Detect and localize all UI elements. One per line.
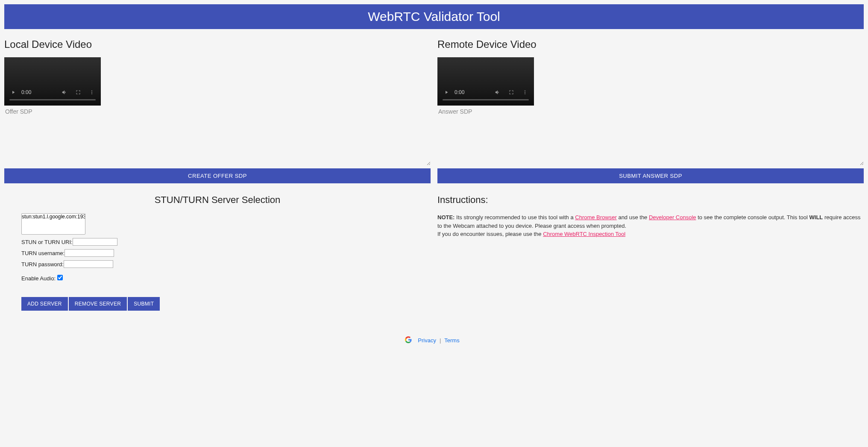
fullscreen-icon[interactable] xyxy=(74,88,82,96)
username-input[interactable] xyxy=(65,249,114,257)
server-selection-heading: STUN/TURN Server Selection xyxy=(21,194,413,206)
instructions-heading: Instructions: xyxy=(437,194,864,206)
remote-video-time: 0:00 xyxy=(455,89,464,95)
svg-point-2 xyxy=(91,94,92,94)
volume-icon[interactable] xyxy=(494,88,501,96)
footer: Privacy | Terms xyxy=(4,336,864,344)
developer-console-link[interactable]: Developer Console xyxy=(649,214,696,221)
uri-input[interactable] xyxy=(73,238,117,246)
svg-point-1 xyxy=(91,92,92,93)
inspection-tool-link[interactable]: Chrome WebRTC Inspection Tool xyxy=(543,231,625,237)
remote-column: Remote Device Video 0:00 xyxy=(434,29,864,323)
answer-sdp-textarea[interactable] xyxy=(437,106,864,165)
remove-server-button[interactable]: REMOVE SERVER xyxy=(69,297,127,311)
google-logo-icon xyxy=(405,336,412,344)
note-prefix: NOTE: xyxy=(437,214,455,221)
svg-point-3 xyxy=(525,91,525,91)
enable-audio-checkbox[interactable] xyxy=(57,275,63,280)
submit-answer-button[interactable]: SUBMIT ANSWER SDP xyxy=(437,168,864,183)
more-icon[interactable] xyxy=(88,88,96,96)
enable-audio-label: Enable Audio: xyxy=(21,275,56,282)
footer-separator: | xyxy=(440,337,441,344)
server-option[interactable]: stun:stun1.l.google.com:19302 xyxy=(22,214,85,220)
chrome-browser-link[interactable]: Chrome Browser xyxy=(575,214,617,221)
privacy-link[interactable]: Privacy xyxy=(418,337,436,344)
username-label: TURN username: xyxy=(21,250,65,256)
terms-link[interactable]: Terms xyxy=(444,337,459,344)
page-title: WebRTC Validator Tool xyxy=(368,9,500,24)
more-icon[interactable] xyxy=(521,88,529,96)
video-progress[interactable] xyxy=(443,99,529,100)
local-video-time: 0:00 xyxy=(21,89,31,95)
volume-icon[interactable] xyxy=(61,88,68,96)
local-video-heading: Local Device Video xyxy=(4,38,431,50)
remote-video-player[interactable]: 0:00 xyxy=(437,57,534,106)
play-icon[interactable] xyxy=(9,88,17,96)
video-progress[interactable] xyxy=(9,99,96,100)
uri-label: STUN or TURN URI: xyxy=(21,239,73,245)
svg-point-0 xyxy=(91,91,92,91)
play-icon[interactable] xyxy=(443,88,450,96)
fullscreen-icon[interactable] xyxy=(507,88,515,96)
password-input[interactable] xyxy=(64,260,113,268)
svg-point-4 xyxy=(525,92,525,93)
submit-server-button[interactable]: SUBMIT xyxy=(128,297,160,311)
local-video-player[interactable]: 0:00 xyxy=(4,57,101,106)
instructions-text: NOTE: Its strongly recommended to use th… xyxy=(437,213,864,238)
remote-video-heading: Remote Device Video xyxy=(437,38,864,50)
svg-point-5 xyxy=(525,94,525,94)
server-list-select[interactable]: stun:stun1.l.google.com:19302 xyxy=(21,213,85,235)
create-offer-button[interactable]: CREATE OFFER SDP xyxy=(4,168,431,183)
offer-sdp-textarea[interactable] xyxy=(4,106,431,165)
page-title-bar: WebRTC Validator Tool xyxy=(4,4,864,29)
add-server-button[interactable]: ADD SERVER xyxy=(21,297,68,311)
password-label: TURN password: xyxy=(21,261,64,268)
local-column: Local Device Video 0:00 xyxy=(4,29,434,323)
